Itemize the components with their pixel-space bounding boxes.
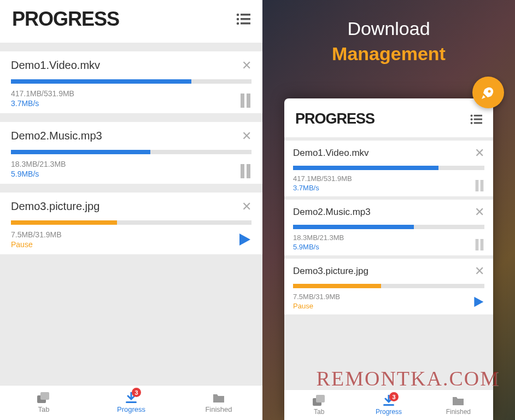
pause-icon[interactable] <box>475 180 484 192</box>
header: PROGRESS <box>284 98 493 137</box>
file-size: 7.5MB/31.9MB <box>11 230 62 239</box>
rocket-icon <box>480 84 496 101</box>
close-icon[interactable]: ✕ <box>242 60 251 72</box>
promo-line2: Management <box>332 42 446 67</box>
progress-fill <box>11 220 117 225</box>
nav-tab[interactable]: Tab <box>284 390 354 420</box>
svg-rect-22 <box>481 180 484 191</box>
download-status: Pause <box>11 240 62 249</box>
tabs-icon <box>313 395 326 407</box>
svg-rect-7 <box>247 94 250 108</box>
file-name: Demo3.picture.jpg <box>293 266 368 277</box>
play-icon[interactable] <box>237 232 251 249</box>
pause-icon[interactable] <box>239 94 251 108</box>
svg-rect-23 <box>476 239 479 250</box>
svg-rect-13 <box>126 401 137 403</box>
file-size: 18.3MB/21.3MB <box>293 234 344 242</box>
nav-finished[interactable]: Finished <box>175 386 262 420</box>
close-icon[interactable]: ✕ <box>475 265 484 277</box>
progress-fill <box>293 225 414 229</box>
file-name: Demo3.picture.jpg <box>11 200 100 213</box>
file-size: 417.1MB/531.9MB <box>293 174 352 183</box>
svg-rect-8 <box>241 164 244 178</box>
svg-rect-27 <box>316 395 325 402</box>
tabs-icon <box>37 392 50 404</box>
svg-rect-19 <box>474 118 482 120</box>
nav-progress[interactable]: 3 Progress <box>87 386 175 420</box>
svg-point-16 <box>471 118 473 120</box>
svg-marker-10 <box>239 234 250 246</box>
svg-rect-24 <box>481 239 484 250</box>
nav-label: Progress <box>117 405 145 413</box>
close-icon[interactable]: ✕ <box>242 130 251 142</box>
page-title: PROGRESS <box>295 110 374 127</box>
progress-fill <box>293 166 438 170</box>
folder-icon <box>452 395 465 407</box>
progress-bar <box>11 79 251 84</box>
download-item: Demo1.Video.mkv ✕ 417.1MB/531.9MB 3.7MB/… <box>0 51 262 113</box>
play-icon[interactable] <box>472 296 484 310</box>
pause-icon[interactable] <box>475 239 484 251</box>
svg-point-1 <box>237 18 239 21</box>
empty-area <box>284 318 493 389</box>
close-icon[interactable]: ✕ <box>475 147 484 159</box>
file-name: Demo1.Video.mkv <box>293 148 369 159</box>
nav-tab[interactable]: Tab <box>0 386 87 420</box>
page-title: PROGRESS <box>12 8 119 31</box>
promo-text: Download Management <box>332 16 446 67</box>
download-item: Demo3.picture.jpg ✕ 7.5MB/31.9MB Pause <box>284 259 493 314</box>
pause-icon[interactable] <box>239 164 251 178</box>
progress-fill <box>293 284 381 288</box>
folder-icon <box>212 392 225 404</box>
svg-point-2 <box>237 22 239 25</box>
svg-rect-4 <box>241 18 250 20</box>
nav-label: Finished <box>205 405 232 413</box>
close-icon[interactable]: ✕ <box>242 201 251 213</box>
divider <box>0 43 262 51</box>
nav-finished[interactable]: Finished <box>424 390 493 420</box>
download-speed: 5.9MB/s <box>11 170 66 178</box>
preview-card: PROGRESS Demo1.Video.mkv ✕ 417.1MB/531.9… <box>284 98 493 420</box>
svg-rect-12 <box>40 392 49 400</box>
list-view-icon[interactable] <box>236 13 250 25</box>
download-status: Pause <box>293 302 340 310</box>
left-panel: PROGRESS Demo1.Video.mkv ✕ 417.1MB/531.9… <box>0 0 262 420</box>
download-item: Demo1.Video.mkv ✕ 417.1MB/531.9MB 3.7MB/… <box>284 141 493 196</box>
boost-button[interactable] <box>472 77 504 108</box>
progress-bar <box>293 225 484 229</box>
right-panel: Download Management PROGRESS Demo1.Video… <box>262 0 515 420</box>
svg-rect-5 <box>241 22 250 25</box>
list-view-icon[interactable] <box>470 114 482 124</box>
svg-marker-25 <box>474 297 483 307</box>
nav-label: Tab <box>38 405 50 413</box>
nav-label: Progress <box>376 408 402 416</box>
svg-rect-28 <box>383 404 394 406</box>
svg-rect-3 <box>241 14 250 16</box>
progress-bar <box>11 150 251 154</box>
progress-fill <box>11 79 191 84</box>
close-icon[interactable]: ✕ <box>475 206 484 218</box>
svg-point-0 <box>237 14 239 16</box>
file-size: 7.5MB/31.9MB <box>293 293 340 301</box>
divider <box>0 113 262 122</box>
file-name: Demo2.Music.mp3 <box>11 130 102 142</box>
svg-rect-18 <box>474 114 482 116</box>
divider <box>0 254 262 263</box>
divider <box>0 184 262 192</box>
file-name: Demo2.Music.mp3 <box>293 207 371 218</box>
nav-label: Tab <box>314 408 324 416</box>
bottom-nav: Tab 3 Progress Finished <box>284 389 493 420</box>
svg-point-14 <box>488 90 491 93</box>
header: PROGRESS <box>0 0 262 43</box>
bottom-nav: Tab 3 Progress Finished <box>0 385 262 420</box>
svg-rect-6 <box>241 94 244 108</box>
progress-bar <box>11 220 251 225</box>
progress-bar <box>293 284 484 288</box>
download-speed: 3.7MB/s <box>293 184 352 192</box>
file-size: 417.1MB/531.9MB <box>11 89 74 98</box>
download-item: Demo3.picture.jpg ✕ 7.5MB/31.9MB Pause <box>0 192 262 254</box>
nav-progress[interactable]: 3 Progress <box>354 390 423 420</box>
file-name: Demo1.Video.mkv <box>11 59 100 72</box>
svg-rect-20 <box>474 122 482 124</box>
download-speed: 3.7MB/s <box>11 99 74 108</box>
